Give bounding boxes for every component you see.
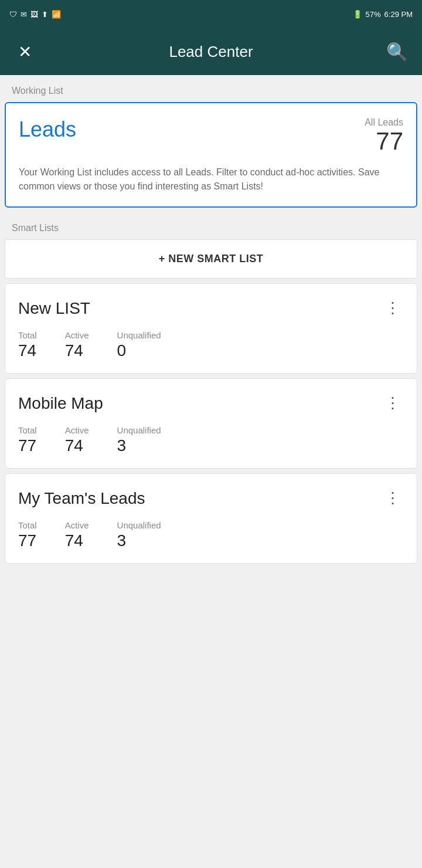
total-value: 74	[18, 341, 36, 360]
stat-total: Total 74	[18, 330, 37, 360]
active-value: 74	[65, 531, 83, 550]
working-list-description: Your Working List includes access to all…	[19, 165, 403, 194]
stat-total: Total 77	[18, 425, 37, 455]
smart-list-card[interactable]: New LIST ⋮ Total 74 Active 74 Unqualifie…	[5, 283, 417, 374]
working-list-card[interactable]: Leads All Leads 77 Your Working List inc…	[5, 102, 417, 208]
total-label: Total	[18, 330, 37, 340]
unqualified-value: 0	[117, 341, 127, 360]
stat-unqualified: Unqualified 3	[117, 520, 161, 550]
shield-icon: 🛡	[9, 10, 17, 19]
smart-list-card[interactable]: My Team's Leads ⋮ Total 77 Active 74 Unq…	[5, 473, 417, 564]
smart-list-stats: Total 77 Active 74 Unqualified 3	[18, 520, 405, 550]
stat-active: Active 74	[65, 330, 89, 360]
active-value: 74	[65, 436, 83, 455]
more-options-button[interactable]: ⋮	[380, 392, 405, 415]
search-icon: 🔍	[386, 42, 408, 62]
working-list-header: Leads All Leads 77	[19, 117, 403, 155]
wifi-icon: 📶	[52, 10, 61, 19]
image-icon: 🖼	[30, 10, 38, 19]
smart-list-card[interactable]: Mobile Map ⋮ Total 77 Active 74 Unqualif…	[5, 378, 417, 469]
smart-list-header: Mobile Map ⋮	[18, 392, 405, 415]
search-button[interactable]: 🔍	[384, 39, 410, 65]
smart-list-cards-container: New LIST ⋮ Total 74 Active 74 Unqualifie…	[0, 283, 422, 564]
more-options-button[interactable]: ⋮	[380, 487, 405, 510]
stat-active: Active 74	[65, 520, 89, 550]
smart-lists-label: Smart Lists	[0, 212, 422, 239]
active-label: Active	[65, 425, 89, 435]
stat-unqualified: Unqualified 3	[117, 425, 161, 455]
status-bar-left: 🛡 ✉ 🖼 ⬆ 📶	[9, 10, 61, 19]
smart-list-name: My Team's Leads	[18, 489, 145, 508]
page-title: Lead Center	[169, 43, 253, 61]
more-options-button[interactable]: ⋮	[380, 297, 405, 320]
unqualified-label: Unqualified	[117, 425, 161, 435]
smart-list-header: New LIST ⋮	[18, 297, 405, 320]
total-value: 77	[18, 436, 36, 455]
smart-list-stats: Total 77 Active 74 Unqualified 3	[18, 425, 405, 455]
unqualified-label: Unqualified	[117, 520, 161, 530]
smart-list-name: New LIST	[18, 299, 90, 318]
app-bar: ✕ Lead Center 🔍	[0, 28, 422, 75]
smart-list-name: Mobile Map	[18, 394, 103, 413]
status-bar: 🛡 ✉ 🖼 ⬆ 📶 🔋 57% 6:29 PM	[0, 0, 422, 28]
all-leads-section: All Leads 77	[365, 117, 403, 155]
smart-lists-section: Smart Lists + NEW SMART LIST New LIST ⋮ …	[0, 212, 422, 564]
total-label: Total	[18, 425, 37, 435]
stat-active: Active 74	[65, 425, 89, 455]
battery-icon: 🔋	[353, 10, 362, 19]
stat-total: Total 77	[18, 520, 37, 550]
stat-unqualified: Unqualified 0	[117, 330, 161, 360]
close-button[interactable]: ✕	[12, 39, 38, 65]
mail-icon: ✉	[21, 10, 27, 19]
main-content: Working List Leads All Leads 77 Your Wor…	[0, 75, 422, 564]
working-list-label: Working List	[0, 75, 422, 102]
all-leads-label: All Leads	[365, 117, 403, 128]
active-label: Active	[65, 520, 89, 530]
battery-percent: 57%	[366, 10, 381, 19]
smart-list-stats: Total 74 Active 74 Unqualified 0	[18, 330, 405, 360]
unqualified-value: 3	[117, 531, 127, 550]
status-bar-right: 🔋 57% 6:29 PM	[353, 10, 413, 19]
active-label: Active	[65, 330, 89, 340]
unqualified-label: Unqualified	[117, 330, 161, 340]
new-smart-list-button[interactable]: + NEW SMART LIST	[5, 239, 417, 279]
upload-icon: ⬆	[42, 10, 48, 19]
total-label: Total	[18, 520, 37, 530]
total-value: 77	[18, 531, 36, 550]
all-leads-count: 77	[376, 127, 403, 155]
smart-list-header: My Team's Leads ⋮	[18, 487, 405, 510]
unqualified-value: 3	[117, 436, 127, 455]
leads-title: Leads	[19, 117, 76, 142]
close-icon: ✕	[18, 42, 32, 62]
active-value: 74	[65, 341, 83, 360]
clock: 6:29 PM	[384, 10, 413, 19]
